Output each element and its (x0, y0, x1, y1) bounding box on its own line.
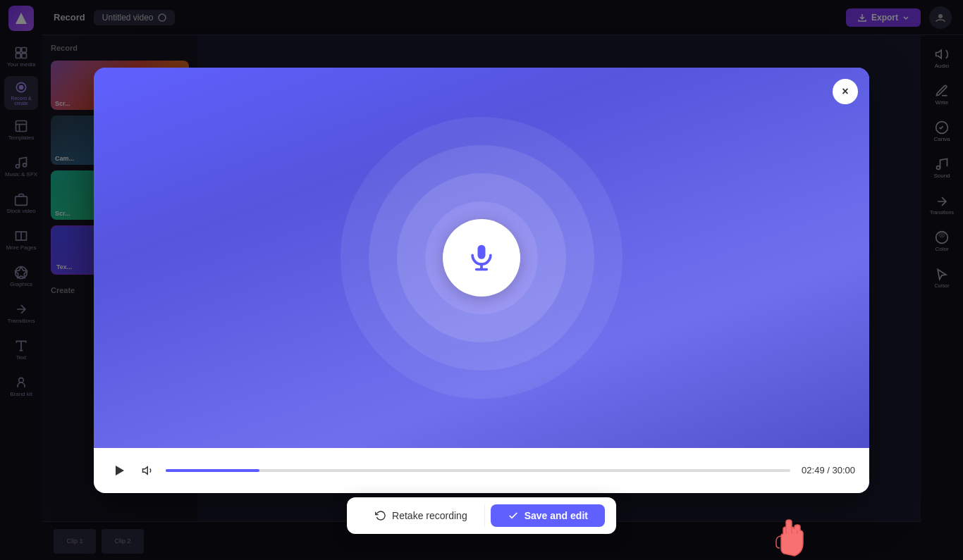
recording-modal: × (94, 68, 869, 493)
playback-bar: 02:49 / 30:00 (94, 448, 869, 493)
modal-wrapper: × (94, 68, 869, 493)
modal-overlay: × (0, 0, 963, 560)
modal-close-button[interactable]: × (833, 79, 858, 104)
progress-fill (166, 469, 259, 472)
retake-recording-button[interactable]: Retake recording (358, 504, 485, 527)
cursor-hand (767, 511, 813, 561)
play-button[interactable] (108, 459, 130, 482)
check-icon (508, 510, 519, 521)
audio-circles (341, 117, 622, 399)
mic-center (443, 219, 520, 297)
svg-marker-27 (143, 466, 148, 474)
action-buttons-container: Retake recording Save and edit (347, 497, 616, 534)
retake-icon (375, 510, 386, 521)
svg-marker-26 (116, 466, 124, 475)
microphone-icon (466, 242, 497, 273)
save-and-edit-button[interactable]: Save and edit (491, 504, 605, 527)
svg-rect-23 (478, 244, 486, 259)
volume-button[interactable] (142, 464, 154, 477)
recording-visual (94, 68, 869, 448)
progress-bar[interactable] (166, 469, 790, 472)
time-display: 02:49 / 30:00 (802, 465, 855, 475)
